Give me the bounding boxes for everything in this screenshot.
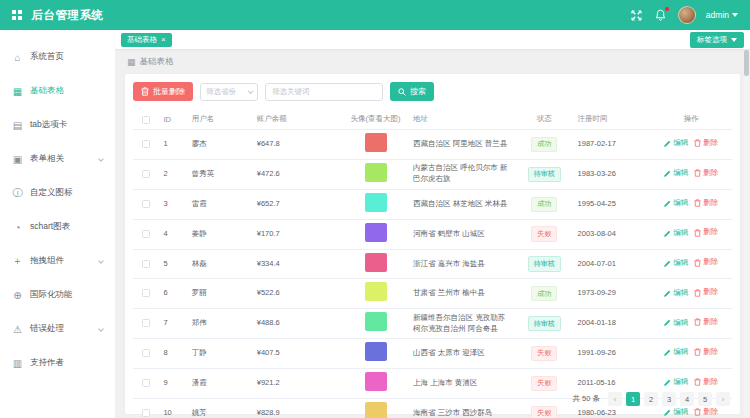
cell-id: 8 xyxy=(159,339,187,369)
tab-options-button[interactable]: 标签选项 xyxy=(690,32,744,48)
status-badge: 成功 xyxy=(531,197,557,212)
content-card: 批量删除 筛选省份 搜索 xyxy=(125,74,740,414)
edit-button[interactable]: 编辑 xyxy=(664,347,688,358)
pagination: 共 50 条 ‹ 12345 › xyxy=(133,386,732,408)
sidebar-item-label: schart图表 xyxy=(30,221,70,233)
row-checkbox[interactable] xyxy=(142,230,150,238)
sidebar-item-donate[interactable]: ▥ 支持作者 xyxy=(0,346,115,380)
batch-delete-button[interactable]: 批量删除 xyxy=(133,82,193,101)
edit-icon xyxy=(664,170,671,177)
avatar-thumbnail[interactable] xyxy=(365,342,387,361)
delete-button[interactable]: 删除 xyxy=(694,198,718,209)
sidebar-item-i18n[interactable]: ⊕ 国际化功能 xyxy=(0,278,115,312)
cell-username: 曾秀英 xyxy=(188,159,253,189)
edit-button[interactable]: 编辑 xyxy=(664,198,688,209)
edit-icon xyxy=(664,230,671,237)
sidebar-item-tabs[interactable]: ▤ tab选项卡 xyxy=(0,108,115,142)
delete-button[interactable]: 删除 xyxy=(694,227,718,238)
avatar-thumbnail[interactable] xyxy=(365,163,387,182)
trash-icon xyxy=(141,87,149,96)
user-menu[interactable]: admin xyxy=(706,10,738,20)
row-checkbox[interactable] xyxy=(142,349,150,357)
delete-button[interactable]: 删除 xyxy=(694,407,718,418)
edit-icon xyxy=(664,409,671,416)
avatar-thumbnail[interactable] xyxy=(365,193,387,212)
notification-dot xyxy=(665,7,669,11)
col-id: ID xyxy=(159,109,187,130)
edit-button[interactable]: 编辑 xyxy=(664,138,688,149)
page-button-3[interactable]: 3 xyxy=(662,392,676,406)
sidebar-item-label: 系统首页 xyxy=(30,51,64,63)
sidebar-item-icon[interactable]: ⓘ 自定义图标 xyxy=(0,176,115,210)
province-select-placeholder: 筛选省份 xyxy=(206,87,236,97)
search-button[interactable]: 搜索 xyxy=(390,82,434,101)
trash-icon xyxy=(694,229,701,237)
row-checkbox[interactable] xyxy=(142,260,150,268)
sidebar-item-form[interactable]: ▣ 表单相关 xyxy=(0,142,115,176)
pagination-total: 共 50 条 xyxy=(572,394,600,404)
edit-button[interactable]: 编辑 xyxy=(664,258,688,269)
avatar-thumbnail[interactable] xyxy=(365,312,387,331)
cell-address: 河南省 鹤壁市 山城区 xyxy=(409,219,515,249)
avatar[interactable] xyxy=(678,6,696,24)
keyword-input[interactable] xyxy=(265,83,383,101)
top-header: 后台管理系统 admin xyxy=(0,0,750,30)
delete-button[interactable]: 删除 xyxy=(694,138,718,149)
row-checkbox[interactable] xyxy=(142,200,150,208)
edit-button[interactable]: 编辑 xyxy=(664,228,688,239)
page-button-1[interactable]: 1 xyxy=(626,392,640,406)
sidebar-item-charts[interactable]: ◔ schart图表 xyxy=(0,210,115,244)
sidebar-item-drag[interactable]: + 拖拽组件 xyxy=(0,244,115,278)
delete-button[interactable]: 删除 xyxy=(694,168,718,179)
page-button-2[interactable]: 2 xyxy=(644,392,658,406)
col-username: 用户名 xyxy=(188,109,253,130)
province-select[interactable]: 筛选省份 xyxy=(200,83,258,101)
cell-username: 罗丽 xyxy=(188,279,253,309)
menu-grid-icon[interactable] xyxy=(12,10,22,20)
chevron-down-icon xyxy=(732,13,738,17)
row-checkbox[interactable] xyxy=(142,409,150,417)
table-row: 1 廖杰 ¥647.8 西藏自治区 阿里地区 普兰县 成功 1987-02-17 xyxy=(133,130,732,160)
edit-icon xyxy=(664,319,671,326)
cell-address: 甘肃省 兰州市 榆中县 xyxy=(409,279,515,309)
cell-balance: ¥170.7 xyxy=(253,219,342,249)
table-icon: ▦ xyxy=(12,86,23,97)
cell-username: 雷霞 xyxy=(188,189,253,219)
prev-page-button[interactable]: ‹ xyxy=(608,392,622,406)
sidebar-item-error[interactable]: ⚠ 错误处理 xyxy=(0,312,115,346)
row-checkbox[interactable] xyxy=(142,289,150,297)
delete-button[interactable]: 删除 xyxy=(694,347,718,358)
close-icon[interactable]: × xyxy=(161,36,166,44)
row-checkbox[interactable] xyxy=(142,319,150,327)
tab-basetable[interactable]: 基础表格 × xyxy=(121,33,172,47)
delete-button[interactable]: 删除 xyxy=(694,257,718,268)
sidebar-item-basetable[interactable]: ▦ 基础表格 xyxy=(0,74,115,108)
row-checkbox[interactable] xyxy=(142,170,150,178)
select-all-checkbox[interactable] xyxy=(142,116,150,124)
avatar-thumbnail[interactable] xyxy=(365,282,387,301)
edit-button[interactable]: 编辑 xyxy=(664,318,688,329)
cell-balance: ¥522.6 xyxy=(253,279,342,309)
scrollbar[interactable] xyxy=(744,50,749,416)
avatar-thumbnail[interactable] xyxy=(365,223,387,242)
row-checkbox[interactable] xyxy=(142,140,150,148)
delete-button[interactable]: 删除 xyxy=(694,317,718,328)
edit-button[interactable]: 编辑 xyxy=(664,407,688,418)
page-button-4[interactable]: 4 xyxy=(680,392,694,406)
bell-icon[interactable] xyxy=(654,8,668,22)
cell-balance: ¥488.6 xyxy=(253,309,342,339)
status-badge: 待审核 xyxy=(528,256,561,271)
cell-address: 山西省 太原市 迎泽区 xyxy=(409,339,515,369)
edit-button[interactable]: 编辑 xyxy=(664,168,688,179)
sidebar-item-home[interactable]: ⌂ 系统首页 xyxy=(0,40,115,74)
cell-balance: ¥407.5 xyxy=(253,339,342,369)
avatar-thumbnail[interactable] xyxy=(365,253,387,272)
page-button-5[interactable]: 5 xyxy=(698,392,712,406)
col-address: 地址 xyxy=(409,109,515,130)
edit-icon xyxy=(664,260,671,267)
fullscreen-icon[interactable] xyxy=(630,8,644,22)
delete-button[interactable]: 删除 xyxy=(694,287,718,298)
edit-button[interactable]: 编辑 xyxy=(664,288,688,299)
next-page-button[interactable]: › xyxy=(716,392,730,406)
avatar-thumbnail[interactable] xyxy=(365,133,387,152)
